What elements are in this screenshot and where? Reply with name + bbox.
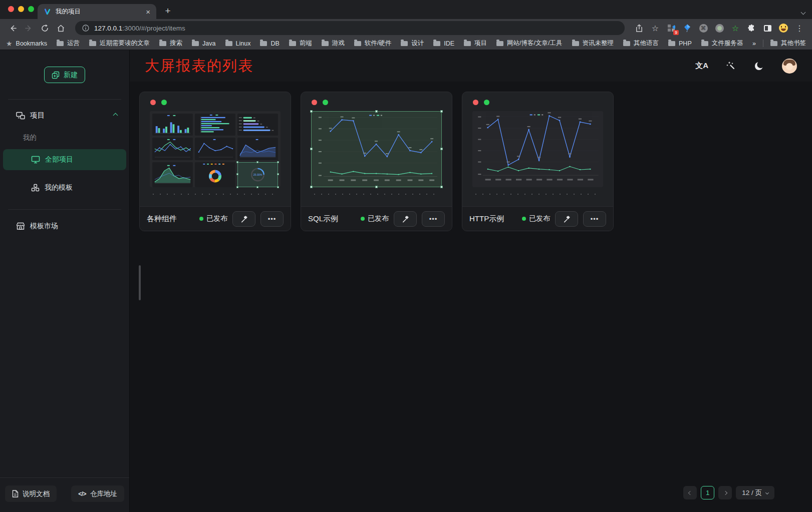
bookmark-folder[interactable]: IDE <box>433 40 454 47</box>
url-text: 127.0.0.1:3000/#/project/items <box>94 25 185 32</box>
sidebar-item-my-templates[interactable]: 我的模板 <box>3 177 126 198</box>
monitor-icon <box>31 156 40 164</box>
bookmark-folder[interactable]: 近期需要读的文章 <box>89 39 150 48</box>
bookmark-folder[interactable]: 项目 <box>464 39 487 48</box>
other-bookmarks[interactable]: 其他书签 <box>770 39 806 48</box>
red-dot-icon <box>312 100 317 105</box>
address-bar[interactable]: 127.0.0.1:3000/#/project/items <box>75 21 625 35</box>
bookmark-folder[interactable]: 网站/博客/文章/工具 <box>496 39 562 48</box>
bookmark-folder[interactable]: 设计 <box>401 39 424 48</box>
bookmark-folder[interactable]: 文件服务器 <box>701 39 743 48</box>
site-info-icon[interactable] <box>82 25 89 32</box>
next-page-button[interactable] <box>718 486 732 499</box>
bookmark-folder[interactable]: 其他语言 <box>623 39 659 48</box>
browser-toolbar: 127.0.0.1:3000/#/project/items ☆ 9 ⌘ ☆ ⋮ <box>0 19 812 37</box>
repo-button[interactable]: </> 仓库地址 <box>71 485 124 502</box>
new-project-button[interactable]: 新建 <box>44 67 85 83</box>
template-icon <box>31 184 40 192</box>
bookmark-folder[interactable]: 资讯未整理 <box>572 39 614 48</box>
scrollbar-thumb[interactable] <box>139 265 141 300</box>
window-minimize-icon[interactable] <box>18 6 24 12</box>
bookmark-folder[interactable]: 运营 <box>57 39 80 48</box>
bookmark-folder[interactable]: Java <box>192 40 215 47</box>
selected-chart <box>311 111 442 187</box>
bookmark-star-icon[interactable]: ☆ <box>649 24 662 33</box>
extension-command-icon[interactable]: ⌘ <box>697 22 710 35</box>
browser-tab-strip: 我的项目 × + <box>0 0 812 19</box>
bookmark-folder[interactable]: 游戏 <box>322 39 345 48</box>
more-button[interactable]: ••• <box>422 211 445 227</box>
mini-line-chart <box>195 138 235 160</box>
sidebar-section-project[interactable]: 项目 <box>0 100 129 120</box>
back-button[interactable] <box>6 22 19 35</box>
status-badge: 已发布 <box>199 214 227 223</box>
profile-avatar[interactable] <box>777 22 790 35</box>
extensions-puzzle-icon[interactable] <box>745 22 758 35</box>
folder-icon <box>464 41 471 46</box>
project-cards: 25.00% 各种组件 已发布 ••• <box>130 82 812 231</box>
more-button[interactable]: ••• <box>260 211 284 227</box>
more-button[interactable]: ••• <box>583 211 606 227</box>
folder-icon <box>289 41 296 46</box>
prev-page-button[interactable] <box>683 486 697 499</box>
bookmarks-manager[interactable]: ★ Bookmarks <box>6 40 47 48</box>
extension-kite-icon[interactable] <box>681 22 694 35</box>
folder-icon <box>159 41 166 46</box>
browser-tab[interactable]: 我的项目 × <box>38 4 156 19</box>
status-badge: 已发布 <box>522 214 550 223</box>
project-thumbnail <box>472 111 603 187</box>
side-panel-icon[interactable] <box>761 22 774 35</box>
bookmark-folder[interactable]: PHP <box>668 40 692 47</box>
window-close-icon[interactable] <box>8 6 14 12</box>
hammer-icon <box>401 215 410 223</box>
bookmarks-bar: ★ Bookmarks 运营 近期需要读的文章 搜索 Java Linux DB… <box>0 37 812 50</box>
star-icon: ★ <box>6 40 13 48</box>
chevron-up-icon[interactable] <box>113 113 118 118</box>
tab-search-icon[interactable] <box>801 7 805 16</box>
line-chart-thumbnail <box>312 112 441 187</box>
current-page-button[interactable]: 1 <box>701 486 714 499</box>
bookmark-folder[interactable]: 搜索 <box>159 39 182 48</box>
new-tab-button[interactable]: + <box>161 5 174 18</box>
mini-donut-chart <box>195 162 235 187</box>
project-card-components[interactable]: 25.00% 各种组件 已发布 ••• <box>139 92 291 231</box>
docs-button[interactable]: 说明文档 <box>5 485 57 502</box>
hammer-icon <box>240 215 248 223</box>
sidebar-item-template-market[interactable]: 模板市场 <box>3 216 126 237</box>
green-dot-icon <box>484 100 489 105</box>
extension-record-icon[interactable] <box>713 22 726 35</box>
bookmark-folder[interactable]: 前端 <box>289 39 312 48</box>
reload-button[interactable] <box>38 22 51 35</box>
page-title: 大屏报表的列表 <box>145 56 253 76</box>
sidebar-item-all-projects[interactable]: 全部项目 <box>3 149 126 170</box>
bookmark-folder[interactable]: 软件/硬件 <box>354 39 391 48</box>
dark-mode-moon-icon[interactable] <box>754 61 764 71</box>
edit-button[interactable] <box>555 211 578 227</box>
tab-close-icon[interactable]: × <box>146 8 150 16</box>
mini-area-chart-blue <box>237 138 278 160</box>
window-zoom-icon[interactable] <box>28 6 34 12</box>
magic-wand-icon[interactable] <box>726 61 736 71</box>
user-avatar[interactable] <box>782 59 797 74</box>
page-size-select[interactable]: 12 / 页 <box>736 486 774 499</box>
bookmark-folder[interactable]: Linux <box>225 40 251 47</box>
share-icon[interactable] <box>633 22 646 35</box>
window-controls[interactable] <box>8 6 34 12</box>
folder-icon <box>260 41 267 46</box>
ellipsis-icon: ••• <box>268 215 277 223</box>
project-icon <box>16 112 25 120</box>
profile-emoji-icon <box>779 24 788 33</box>
bookmarks-overflow-icon[interactable]: » <box>752 40 756 47</box>
project-card-sql[interactable]: SQL示例 已发布 ••• <box>301 92 452 231</box>
project-card-http[interactable]: HTTP示例 已发布 ••• <box>462 92 614 231</box>
extension-grid-icon[interactable]: 9 <box>665 22 678 35</box>
edit-button[interactable] <box>394 211 417 227</box>
bookmark-folder[interactable]: DB <box>260 40 279 47</box>
edit-button[interactable] <box>232 211 255 227</box>
home-button[interactable] <box>54 22 67 35</box>
browser-menu-icon[interactable]: ⋮ <box>793 24 806 33</box>
extension-star-icon[interactable]: ☆ <box>729 22 742 35</box>
project-name: HTTP示例 <box>469 214 517 224</box>
forward-button[interactable] <box>22 22 35 35</box>
translate-icon[interactable]: 文A <box>695 61 708 71</box>
